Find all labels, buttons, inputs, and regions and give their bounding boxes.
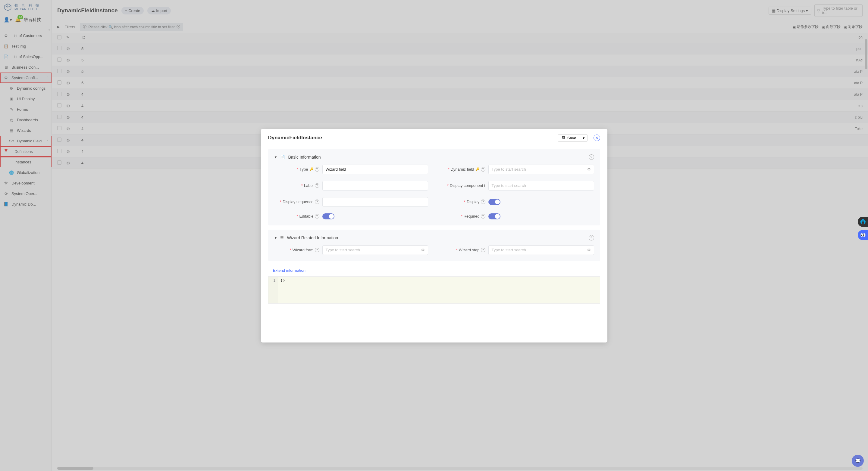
code-editor[interactable]: 1 {}	[268, 277, 600, 304]
dynamic-field-input[interactable]: Type to start search⚙	[488, 165, 594, 174]
chat-bubble-button[interactable]: 💬	[852, 455, 864, 467]
gear-icon[interactable]: ⚙	[587, 167, 591, 172]
wizard-form-input[interactable]: Type to start search⚙	[322, 245, 428, 255]
help-icon[interactable]: ?	[315, 248, 319, 252]
gear-icon[interactable]: ⚙	[587, 248, 591, 252]
save-button[interactable]: 🖫Save	[558, 134, 580, 142]
help-icon[interactable]: ?	[481, 167, 485, 172]
field-display-sequence: *Display sequence?	[274, 197, 428, 207]
section-caret-icon[interactable]: ▼	[274, 155, 277, 159]
help-icon[interactable]: ?	[315, 183, 319, 188]
label-input[interactable]	[322, 181, 428, 191]
list-icon: ☰	[280, 235, 284, 240]
chevron-down-icon: ▾	[583, 136, 585, 140]
field-editable: *Editable?	[274, 213, 428, 220]
floating-buttons: 🌐 👀	[858, 217, 868, 240]
display-component-input[interactable]: Type to start search	[488, 181, 594, 191]
save-dropdown-button[interactable]: ▾	[580, 134, 588, 142]
gear-icon[interactable]: ⚙	[421, 248, 425, 252]
modal-title: DynamicFieldInstance	[268, 135, 322, 141]
field-required: *Required?	[440, 213, 594, 220]
section-help-icon[interactable]: ?	[589, 235, 594, 240]
help-icon[interactable]: ?	[315, 200, 319, 204]
code-content: {}	[280, 278, 285, 282]
section-title: Basic Information	[288, 155, 320, 160]
field-display-component: *Display component t Type to start searc…	[440, 181, 594, 191]
section-help-icon[interactable]: ?	[589, 155, 594, 160]
field-display: *Display?	[440, 197, 594, 207]
field-dynamic-field: *Dynamic field🔑? Type to start search⚙	[440, 165, 594, 174]
key-icon: 🔑	[309, 167, 314, 171]
field-type: *Type🔑? Wizard field	[274, 165, 428, 174]
modal: DynamicFieldInstance 🖫Save ▾ ✕ ▼ 📄 Basic…	[261, 129, 608, 342]
required-toggle[interactable]	[488, 213, 500, 220]
basic-info-section: ▼ 📄 Basic Information ? *Type🔑? Wizard f…	[268, 149, 600, 226]
key-icon: 🔑	[475, 167, 479, 171]
section-caret-icon[interactable]: ▼	[274, 236, 277, 240]
wizard-section: ▼ ☰ Wizard Related Information ? *Wizard…	[268, 230, 600, 261]
display-toggle[interactable]	[488, 199, 500, 205]
modal-header: DynamicFieldInstance 🖫Save ▾ ✕	[261, 129, 608, 147]
help-icon[interactable]: ?	[481, 214, 485, 218]
translate-button[interactable]: 🌐	[858, 217, 868, 227]
save-icon: 🖫	[562, 136, 565, 140]
wizard-step-input[interactable]: Type to start search⚙	[488, 245, 594, 255]
help-icon[interactable]: ?	[315, 214, 319, 218]
close-button[interactable]: ✕	[593, 135, 600, 141]
help-icon[interactable]: ?	[481, 200, 485, 204]
display-sequence-input[interactable]	[322, 197, 428, 207]
editable-toggle[interactable]	[322, 213, 334, 220]
assistant-button[interactable]: 👀	[858, 230, 868, 240]
help-icon[interactable]: ?	[481, 248, 485, 252]
field-wizard-form: *Wizard form? Type to start search⚙	[274, 245, 428, 255]
modal-tabs: Extend information	[268, 265, 600, 277]
field-label: *Label?	[274, 181, 428, 191]
tab-extend-info[interactable]: Extend information	[268, 265, 310, 276]
document-icon: 📄	[280, 155, 285, 159]
type-select[interactable]: Wizard field	[322, 165, 428, 174]
section-title: Wizard Related Information	[287, 235, 338, 240]
field-wizard-step: *Wizard step? Type to start search⚙	[440, 245, 594, 255]
code-line-number: 1	[269, 277, 278, 303]
help-icon[interactable]: ?	[315, 167, 319, 172]
